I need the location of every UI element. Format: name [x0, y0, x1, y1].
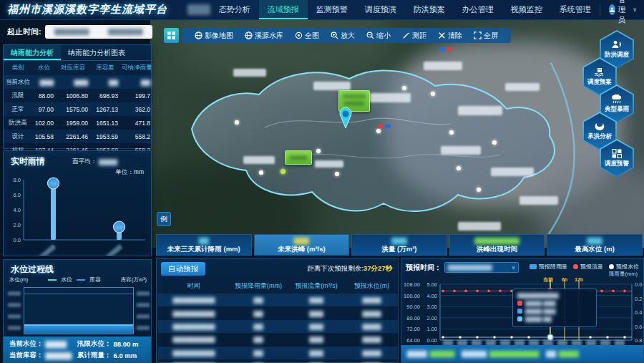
watershed-boundary — [150, 20, 644, 248]
station-marker[interactable] — [457, 166, 461, 170]
toolbar-xiyuan-reservoir[interactable]: 溪源水库 — [239, 31, 289, 41]
station-marker[interactable] — [316, 149, 321, 153]
red-flag-marker[interactable] — [378, 125, 384, 128]
toolbar-imagery-map[interactable]: 影像地图 — [189, 31, 239, 41]
nav-tab-system[interactable]: 系统管理 — [551, 0, 600, 19]
station-marker[interactable] — [449, 130, 454, 135]
tab-3day-rain[interactable]: ▇▇ 未来三天累计降雨 (mm) — [156, 234, 252, 256]
svg-text:90.00: 90.00 — [406, 304, 420, 310]
limit-line — [24, 294, 133, 294]
reservoir-pin-icon[interactable] — [338, 107, 353, 129]
cell-redacted: ▇▇▇ — [287, 306, 346, 319]
station-marker[interactable] — [259, 170, 263, 175]
nav-tab-situation[interactable]: 态势分析 — [210, 0, 259, 19]
cell-redacted: ▇▇▇ — [287, 320, 346, 333]
table-row: ▇▇▇▇▇▇▇▇▇▇▇▇▇▇▇▇▇▇ — [158, 333, 398, 346]
rain-cloud-icon — [611, 95, 623, 104]
tab-label: 洪峰出现时间 — [477, 245, 517, 253]
tab-flood-volume[interactable]: ▇▇▇ 洪量 (万m³) — [351, 234, 447, 256]
toolbar-full-extent[interactable]: 全图 — [289, 31, 325, 41]
layers-grid-button[interactable] — [164, 28, 179, 43]
chart-tooltip: ▇▇▇▇▇▇▇▇▇▇ ▇▇▇▇ ▇▇▇ ▇▇▇▇ ▇▇▇ ▇▇▇▇ ▇▇ — [512, 289, 597, 327]
stage-stats-footer: 当前水位： ▇▇▇▇ 汛限水位： 88.00 m 当前库容： ▇▇▇▇▇ 累计雨… — [4, 337, 151, 362]
station-marker[interactable] — [431, 92, 435, 96]
cell: 2261.46 — [56, 130, 90, 143]
cell-redacted: ▇▇▇ — [287, 333, 346, 346]
tab-peak-time[interactable]: ▇▇▇▇▇▇▇▇▇ 洪峰出现时间 — [449, 234, 545, 256]
map-label-redacted — [369, 93, 411, 102]
legend-rain[interactable]: 预报降雨量 — [530, 263, 567, 271]
station-marker[interactable] — [477, 188, 481, 192]
red-flag-marker[interactable] — [447, 47, 452, 51]
toolbar-measure[interactable]: 测距 — [396, 31, 432, 41]
col-storage-diff: 库容差 — [90, 61, 120, 75]
nav-tab-office[interactable]: 办公管理 — [454, 0, 502, 19]
table-row: ▇▇▇▇▇▇▇▇▇▇▇▇▇▇▇▇▇▇ — [158, 320, 398, 333]
cell: 102.00 — [32, 116, 56, 130]
cell: 1267.13 — [90, 102, 120, 116]
hex-label: 承洪分析 — [587, 132, 612, 141]
station-marker[interactable] — [492, 140, 497, 145]
green-info-tag[interactable] — [285, 150, 312, 165]
tooltip-rain-row: ▇▇▇▇ ▇▇ — [517, 316, 592, 322]
nav-tab-dispatch-rehearsal[interactable]: 调度预演 — [356, 0, 405, 19]
chart-legend: 预报降雨量 预报流量 预报水位 — [530, 263, 639, 271]
rain-bar-chart: 8.0 6.0 4.0 2.0 0.0 7.0 1.0 — [8, 175, 148, 256]
tooltip-value-redacted: ▇▇▇▇ ▇▇▇ — [525, 300, 555, 306]
blue-flag-marker[interactable] — [385, 125, 391, 128]
footer-label-redacted: ▇▇ — [546, 350, 556, 357]
nav-tab-basin-forecast[interactable]: 流域预报 — [259, 0, 308, 19]
svg-text:2.00: 2.00 — [426, 315, 437, 321]
map-legend-button[interactable]: 例 — [157, 212, 171, 226]
toolbar-zoom-in[interactable]: 放大 — [325, 31, 361, 41]
series-legend: 水位 库容 — [48, 276, 101, 284]
cell-redacted: ▇▇▇ — [287, 359, 346, 363]
blue-flag-marker[interactable] — [439, 47, 445, 51]
station-marker[interactable] — [376, 129, 381, 133]
cell: 1651.13 — [90, 116, 120, 130]
time-filter-row: 起止时间: ▇▇▇▇▇▇▇ ▇▇▇▇▇▇▇ — [0, 21, 155, 42]
footer-stat: ▇▇▇▇▇▇▇▇▇ — [407, 350, 454, 357]
legend-level[interactable]: 预报水位 — [609, 263, 639, 271]
map-label-redacted — [458, 106, 502, 115]
green-dot-marker[interactable] — [280, 169, 286, 174]
nav-tab-flood-plan[interactable]: 防洪预案 — [405, 0, 454, 19]
nav-tab-monitor-warning[interactable]: 监测预警 — [308, 0, 356, 19]
footer-value-redacted: ▇▇▇▇▇ — [430, 350, 455, 357]
toolbar-fullscreen[interactable]: 全屏 — [468, 31, 504, 41]
map-label-redacted — [243, 156, 275, 164]
user-name: 管理员 — [618, 0, 630, 25]
station-marker[interactable] — [235, 120, 239, 125]
auto-forecast-button[interactable]: 自动预报 — [161, 262, 205, 276]
cell-redacted: ▇▇▇▇ — [346, 306, 398, 319]
svg-text:64.00: 64.00 — [406, 337, 420, 344]
toolbar-zoom-out[interactable]: 缩小 — [361, 31, 396, 41]
tab-future-peak-flow[interactable]: ▇▇▇ 未来洪峰 (m³/s) — [254, 234, 350, 256]
tab-max-level[interactable]: ▇▇▇ 最高水位 (m) — [547, 234, 643, 256]
legend-label: 预报水位 — [616, 263, 639, 271]
tab-capacity-chart[interactable]: 纳雨能力分析图表 — [61, 45, 132, 60]
svg-text:4.00: 4.00 — [426, 293, 437, 299]
map-toolbar: 影像地图 溪源水库 全图 放大 缩小 测距 清除 全屏 — [182, 28, 511, 43]
forecast-time-select[interactable]: ▇▇▇▇▇▇▇▇▇▇ ∨ — [444, 262, 519, 273]
cell-redacted: ▇▇▇ — [32, 75, 56, 89]
toolbar-clear[interactable]: 清除 — [432, 31, 468, 41]
legend-flow[interactable]: 预报流量 — [573, 263, 603, 271]
level-swatch — [517, 309, 522, 314]
basin-map[interactable] — [150, 20, 644, 248]
time-range-input[interactable]: ▇▇▇▇▇▇▇ ▇▇▇▇▇▇▇ — [45, 25, 152, 39]
station-marker[interactable] — [335, 172, 339, 176]
rain-swatch — [530, 264, 537, 269]
nav-tab-video[interactable]: 视频监控 — [502, 0, 551, 19]
svg-text:7.0: 7.0 — [50, 181, 57, 186]
tooltip-value-redacted: ▇▇▇▇ ▇▇ — [525, 316, 552, 322]
user-menu[interactable]: 管理员 ∨ — [600, 4, 644, 15]
svg-text:100.00: 100.00 — [404, 293, 420, 299]
legend-label: 预报流量 — [580, 263, 603, 271]
cell-redacted: ▇▇▇ — [287, 294, 346, 306]
col-forecast-flow: 预报流量(m³/s) — [287, 279, 346, 294]
station-marker[interactable] — [402, 86, 406, 90]
tab-capacity-analysis[interactable]: 纳雨能力分析 — [4, 45, 61, 60]
svg-text:0.0: 0.0 — [635, 281, 642, 288]
cell-redacted: ▇▇▇▇▇▇▇▇▇ — [158, 294, 230, 306]
